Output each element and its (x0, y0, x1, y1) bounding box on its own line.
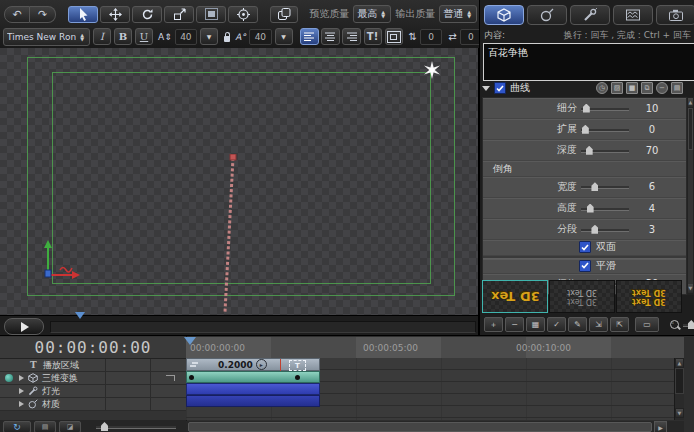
collapse-triangle-icon[interactable] (482, 86, 490, 91)
add-preset-button[interactable]: ＋ (484, 317, 503, 332)
text-box-button[interactable] (385, 28, 403, 45)
timeline-ruler[interactable]: 00:00:00:00 00:00:05:00 00:00:10:00 (186, 337, 684, 359)
clip-track-blue-2[interactable] (186, 395, 320, 407)
font-size-dropdown[interactable]: ▼ (200, 28, 218, 45)
leading-dropdown[interactable]: ▼ (275, 28, 293, 45)
subdivision-slider[interactable] (581, 104, 629, 113)
remove-icon[interactable]: − (656, 82, 668, 94)
timecode-display[interactable]: 00:00:00:00 (0, 337, 186, 359)
tab-material[interactable] (527, 5, 567, 25)
clip-track-teal[interactable] (186, 371, 320, 383)
bevel-height-slider[interactable] (581, 204, 629, 213)
underline-button[interactable]: U (135, 28, 153, 45)
scroll-down-icon[interactable]: ▼ (675, 408, 684, 418)
slider-thumb[interactable] (101, 422, 108, 431)
preset-zoom-slider[interactable] (683, 320, 694, 329)
expand-arrow-icon[interactable] (19, 401, 24, 407)
clip-header[interactable]: 0.2000 ▸ T (186, 358, 320, 371)
frame-blend-button[interactable]: ▤ (34, 421, 56, 432)
slider-thumb[interactable] (591, 225, 598, 234)
visibility-dot-icon[interactable] (5, 374, 13, 382)
play-button[interactable] (4, 318, 44, 335)
align-right-button[interactable] (342, 28, 361, 45)
align-left-button[interactable] (300, 28, 319, 45)
depth-slider[interactable] (581, 146, 629, 155)
tab-geometry[interactable] (484, 5, 524, 25)
timeline-zoom-slider[interactable] (96, 422, 176, 431)
export-preset-button[interactable]: ⇱ (610, 317, 629, 332)
playhead-marker[interactable] (184, 337, 196, 345)
clip-track-blue-1[interactable] (186, 383, 320, 395)
scrollbar-thumb[interactable] (188, 422, 652, 432)
preset-thumbnail[interactable]: 3D Text 3D Text (549, 280, 615, 313)
preview-scrubber[interactable] (50, 321, 476, 333)
text-clip-icon[interactable]: T (289, 360, 306, 371)
axis-gizmo[interactable] (36, 240, 82, 284)
copy-icon[interactable]: ⧉ (641, 82, 653, 94)
layer-row-3d-transform[interactable]: 三维变换 (0, 372, 186, 385)
display-button[interactable]: ▭ (635, 317, 659, 332)
scrollbar-thumb[interactable] (675, 368, 684, 394)
bold-button[interactable]: B (114, 28, 132, 45)
double-sided-checkbox[interactable] (579, 241, 591, 253)
checker-icon[interactable]: ▨ (611, 82, 623, 94)
preview-quality-select[interactable]: 最高 ▲▼ (353, 5, 391, 23)
expand-arrow-icon[interactable] (19, 375, 24, 381)
curve-enable-checkbox[interactable] (494, 82, 506, 94)
slider-thumb[interactable] (591, 182, 598, 191)
expand-slider[interactable] (581, 125, 629, 134)
leading-field[interactable]: 40 (249, 29, 271, 45)
undo-button[interactable]: ↶ (4, 6, 30, 23)
bevel-width-slider[interactable] (581, 182, 629, 191)
import-preset-button[interactable]: ⇲ (589, 317, 608, 332)
slider-thumb[interactable] (586, 146, 593, 155)
track-area[interactable]: 0.2000 ▸ T (186, 358, 684, 420)
grid-icon[interactable]: ▤ (671, 82, 683, 94)
line-spacing-field[interactable]: 0 (420, 29, 442, 45)
scroll-up-icon[interactable]: ▲ (675, 358, 684, 368)
region-tool-button[interactable] (196, 6, 226, 23)
slider-thumb[interactable] (688, 320, 694, 329)
keyframe-dot[interactable] (189, 375, 194, 380)
anchor-tool-button[interactable] (228, 6, 258, 23)
expand-arrow-icon[interactable] (19, 388, 24, 394)
timeline-vscrollbar[interactable]: ▲ ▼ (674, 358, 684, 420)
preview-canvas[interactable] (0, 48, 479, 315)
select-tool-button[interactable] (68, 6, 98, 23)
smooth-checkbox[interactable] (579, 260, 591, 272)
motion-path[interactable] (221, 154, 237, 314)
text-orientation-button[interactable]: T! (364, 28, 382, 45)
draft-button[interactable]: ◪ (59, 421, 81, 432)
scroll-down-icon[interactable]: ▼ (688, 284, 693, 294)
edit-preset-button[interactable]: ✎ (568, 317, 587, 332)
scroll-right-icon[interactable]: ▶ (654, 421, 667, 432)
text-content-input[interactable]: 百花争艳 (483, 43, 694, 81)
slider-thumb[interactable] (582, 125, 589, 134)
remove-preset-button[interactable]: − (505, 317, 524, 332)
slider-thumb[interactable] (583, 104, 590, 113)
apply-preset-button[interactable]: ✓ (547, 317, 566, 332)
clock-icon[interactable]: ◷ (596, 82, 608, 94)
layer-row-material[interactable]: 材质 (0, 398, 186, 411)
light-star-icon[interactable] (423, 61, 441, 79)
tab-camera[interactable] (656, 5, 694, 25)
keyframe-dot[interactable] (295, 375, 300, 380)
scrollbar-thumb[interactable] (688, 108, 693, 150)
duplicate-button[interactable] (270, 6, 298, 23)
solid-icon[interactable]: ■ (626, 82, 638, 94)
scrubber-playhead[interactable] (75, 312, 85, 319)
layer-option-icon[interactable] (166, 375, 175, 381)
preset-thumbnail[interactable]: 3D Text 3D Text (616, 280, 682, 313)
slider-thumb[interactable] (587, 204, 594, 213)
move-tool-button[interactable] (100, 6, 130, 23)
rotate-tool-button[interactable] (132, 6, 162, 23)
align-center-button[interactable] (321, 28, 340, 45)
redo-button[interactable]: ↷ (30, 6, 56, 23)
zoom-out-button[interactable]: - (669, 319, 681, 331)
layer-row-play-region[interactable]: T 播放区域 (0, 359, 186, 372)
scale-tool-button[interactable] (164, 6, 194, 23)
tab-texture[interactable] (613, 5, 653, 25)
motion-blur-button[interactable]: ↻ (3, 421, 31, 432)
grid-view-button[interactable]: ▦ (526, 317, 545, 332)
output-quality-select[interactable]: 普通 ▲▼ (439, 5, 477, 23)
